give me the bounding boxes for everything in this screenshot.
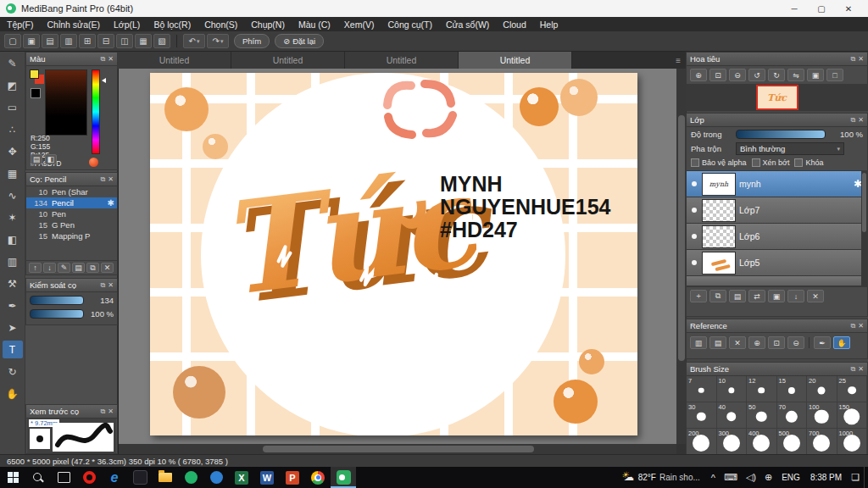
taskbar-app-red[interactable]	[76, 467, 102, 488]
taskbar-search-button[interactable]	[25, 467, 51, 488]
tray-language[interactable]: ENG	[776, 473, 805, 482]
gradient-tool[interactable]: ▥	[3, 252, 23, 270]
popout-icon[interactable]: ⧉	[101, 175, 106, 184]
menu-select[interactable]: Chọn(S)	[198, 19, 244, 30]
close-icon[interactable]: ✕	[108, 175, 114, 183]
merge-down-icon[interactable]: ↓	[787, 290, 804, 302]
layer-opacity-slider[interactable]	[736, 130, 826, 139]
saturation-value-picker[interactable]	[45, 69, 87, 136]
wrench-tool[interactable]: ⚒	[3, 274, 23, 292]
layer-folder-icon[interactable]: ▤	[729, 290, 746, 302]
brush-size-cell[interactable]: 300	[717, 429, 748, 455]
close-icon[interactable]: ✕	[108, 408, 114, 415]
popout-icon[interactable]: ⧉	[101, 408, 106, 416]
rotate-left-icon[interactable]: ↺	[748, 69, 765, 81]
open-folder-icon[interactable]: ▤	[709, 336, 726, 349]
visibility-dot-icon[interactable]	[692, 234, 697, 239]
palette-mode-icon[interactable]: ▤	[31, 154, 42, 164]
layer-list-scrollbar[interactable]	[861, 171, 867, 286]
tray-chevron-up-icon[interactable]: ^	[707, 473, 720, 483]
task-view-button[interactable]	[51, 467, 76, 488]
brush-row[interactable]: 15 Mapping P	[26, 230, 117, 241]
tray-clock[interactable]: 8:38 PM	[805, 473, 847, 482]
brush-settings-icon[interactable]: ✱	[108, 198, 114, 208]
add-layer-icon[interactable]: ＋	[690, 290, 707, 302]
canvas-vertical-scrollbar[interactable]	[676, 69, 686, 444]
open-icon[interactable]: ▤	[42, 34, 58, 48]
fg-color-swatch[interactable]	[30, 69, 39, 79]
brush-size-cell[interactable]: 25	[837, 376, 868, 402]
rotate-tool[interactable]: ↻	[3, 363, 23, 380]
pen-curve-tool[interactable]: ✒	[3, 297, 23, 314]
clipping-checkbox[interactable]	[752, 158, 760, 167]
brush-size-cell[interactable]: 400	[747, 429, 777, 455]
brush-size-cell[interactable]: 70	[777, 402, 808, 429]
taskbar-word[interactable]: W	[254, 467, 280, 488]
brush-size-cell[interactable]: 1000	[837, 429, 868, 455]
navigator-thumbnail[interactable]: Tức	[756, 85, 798, 110]
popout-icon[interactable]: ⧉	[851, 55, 856, 64]
eraser-tool[interactable]: ◩	[3, 76, 23, 94]
canvas-viewport[interactable]: Tức Tức MYNH NGUYENHUE154 #HD247	[118, 69, 686, 454]
close-icon[interactable]: ✕	[108, 281, 114, 289]
close-icon[interactable]: ✕	[858, 55, 864, 63]
zoom-out-icon[interactable]: ⊖	[787, 336, 804, 349]
close-icon[interactable]: ✕	[108, 55, 114, 63]
navigator-preview-area[interactable]: Tức	[687, 84, 867, 111]
menu-color[interactable]: Màu (C)	[292, 19, 337, 30]
taskbar-app-green[interactable]	[178, 467, 203, 488]
tab-untitled-2[interactable]: Untitled	[231, 52, 345, 69]
popout-icon[interactable]: ⧉	[851, 322, 856, 330]
brush-size-cell[interactable]: 12	[747, 376, 777, 402]
new-file-icon[interactable]: ▢	[4, 34, 21, 48]
undo-button[interactable]: ↶▾	[183, 34, 205, 48]
show-desktop-strip[interactable]	[864, 467, 868, 488]
brush-size-cell[interactable]: 50	[747, 402, 777, 429]
brush-opacity-slider[interactable]	[30, 309, 84, 319]
taskbar-medibang-active[interactable]	[331, 467, 356, 488]
save-icon[interactable]: ▣	[23, 34, 40, 48]
transfer-layer-icon[interactable]: ⇄	[748, 290, 765, 302]
brush-size-cell[interactable]: 200	[687, 429, 717, 455]
tab-untitled-1[interactable]: Untitled	[118, 52, 231, 69]
brush-row[interactable]: 15 G Pen	[26, 219, 117, 230]
add-brush-icon[interactable]: ✎	[58, 263, 70, 273]
maximize-button[interactable]: ▢	[808, 0, 835, 17]
protect-alpha-checkbox[interactable]	[691, 158, 699, 167]
brush-size-cell[interactable]: 150	[837, 402, 868, 429]
black-swatch[interactable]	[31, 88, 41, 98]
layer-row[interactable]: Lớp7	[687, 197, 867, 224]
hand-pan-icon[interactable]: ✋	[833, 336, 850, 349]
brush-size-cell[interactable]: 700	[807, 429, 837, 455]
original-size-icon[interactable]: ▣	[807, 69, 824, 81]
popout-icon[interactable]: ⧉	[851, 116, 856, 125]
duplicate-brush-icon[interactable]: ⧉	[86, 263, 99, 273]
close-icon[interactable]: ✕	[858, 365, 864, 373]
brush-up-icon[interactable]: ↑	[29, 263, 42, 273]
tray-notification-icon[interactable]: ❏	[847, 472, 864, 483]
taskbar-app-edge[interactable]: e	[102, 467, 127, 488]
rect-tool[interactable]: ▭	[3, 98, 23, 116]
tray-network-icon[interactable]: ⊕	[760, 472, 776, 483]
taskbar-app-dark[interactable]	[127, 467, 153, 488]
menu-edit[interactable]: Chỉnh sửa(E)	[41, 19, 107, 30]
canvas-artwork[interactable]: Tức Tức MYNH NGUYENHUE154 #HD247	[150, 73, 637, 435]
popout-icon[interactable]: ⧉	[101, 281, 106, 290]
clear-image-icon[interactable]: ✕	[729, 336, 746, 349]
brush-size-cell[interactable]: 7	[687, 376, 717, 402]
brush-size-cell[interactable]: 20	[807, 376, 837, 402]
layer-row[interactable]: Lớp6	[687, 224, 867, 250]
current-color-dot[interactable]	[89, 158, 98, 167]
popout-icon[interactable]: ⧉	[101, 55, 106, 64]
delete-brush-icon[interactable]: ✕	[101, 263, 114, 273]
text-tool[interactable]: T	[3, 341, 23, 358]
pen-tool[interactable]: ✎	[3, 54, 23, 72]
brush-size-cell[interactable]: 30	[687, 402, 717, 429]
taskbar-powerpoint[interactable]: P	[280, 467, 305, 488]
brush-size-cell[interactable]: 10	[717, 376, 748, 402]
eyedropper-icon[interactable]: ✒	[814, 336, 831, 349]
taskbar-excel[interactable]: X	[229, 467, 254, 488]
brush-size-cell[interactable]: 100	[807, 402, 837, 429]
brush-down-icon[interactable]: ↓	[43, 263, 56, 273]
lasso-tool[interactable]: ∿	[3, 186, 23, 204]
